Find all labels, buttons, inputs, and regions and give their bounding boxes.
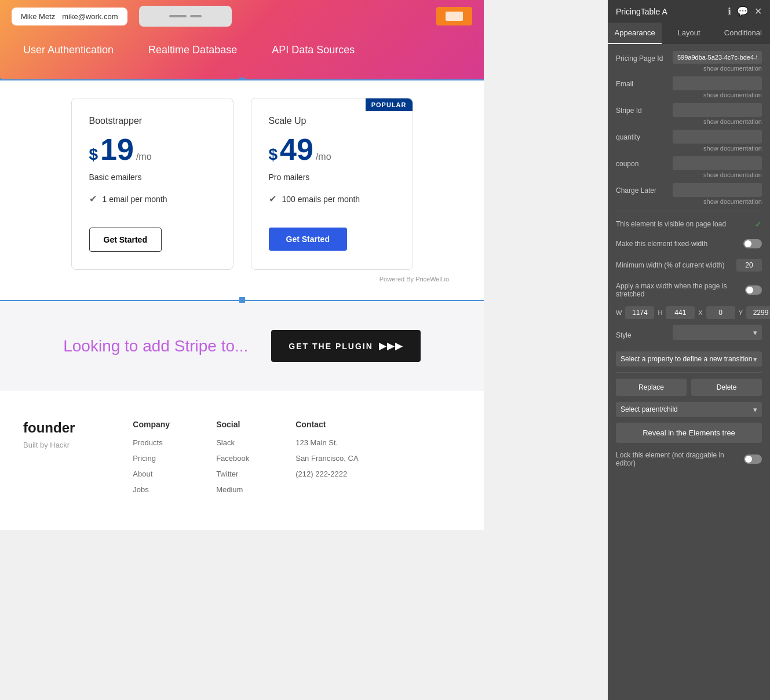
- toggle-fixed-width[interactable]: [743, 239, 762, 248]
- price-period-2: /mo: [316, 152, 331, 162]
- panel-tabs: Appearance Layout Conditional: [608, 23, 770, 44]
- dim-x-label: X: [698, 309, 702, 316]
- plan-name-bootstrapper: Bootstrapper: [89, 116, 216, 126]
- panel-body: Pricing Page Id show documentation Email…: [608, 44, 770, 482]
- feature-2-1: 100 emails per month: [282, 195, 360, 204]
- parent-child-select-wrap: Select parent/child: [616, 402, 762, 417]
- field-charge-later: Charge Later show documentation: [616, 183, 762, 205]
- checkbox-label-fixed: Make this element fixed-width: [616, 240, 707, 248]
- style-select[interactable]: [673, 325, 762, 340]
- input-stripe-id[interactable]: [673, 103, 762, 117]
- footer-tagline: Built by Hackr: [23, 441, 75, 449]
- action-buttons: Replace Delete: [616, 379, 762, 396]
- lock-label: Lock this element (not draggable in edit…: [616, 451, 744, 467]
- input-quantity[interactable]: [673, 130, 762, 144]
- nav-user-auth[interactable]: User Authentication: [23, 44, 114, 56]
- dimensions-row: W H X Y: [616, 306, 762, 319]
- field-pricing-page-id: Pricing Page Id show documentation: [616, 51, 762, 72]
- toggle-max-width[interactable]: [745, 285, 762, 295]
- doc-charge-later[interactable]: show documentation: [673, 198, 762, 205]
- dim-h-label: H: [658, 309, 662, 316]
- tab-appearance[interactable]: Appearance: [608, 23, 662, 44]
- style-label: Style: [616, 331, 668, 339]
- field-label-pricing-page-id: Pricing Page Id: [616, 51, 668, 63]
- checkbox-label-visible: This element is visible on page load: [616, 220, 726, 228]
- panel-header: PricingTable A ℹ 💬 ✕: [608, 0, 770, 23]
- dim-w-input[interactable]: [625, 306, 654, 319]
- parent-child-select[interactable]: Select parent/child: [616, 402, 762, 417]
- pricing-section: Bootstrapper $ 19 /mo Basic emailers ✔ 1…: [0, 80, 484, 301]
- replace-button[interactable]: Replace: [616, 379, 687, 396]
- footer-contact-city: San Francisco, CA: [295, 454, 358, 463]
- comment-icon[interactable]: 💬: [737, 6, 749, 17]
- plugin-cta-button[interactable]: GET THE PLUGIN ▶▶▶: [271, 330, 420, 362]
- tab-conditional[interactable]: Conditional: [716, 23, 770, 44]
- transition-select[interactable]: Select a property to define a new transi…: [616, 351, 762, 367]
- pricing-card-bootstrapper: Bootstrapper $ 19 /mo Basic emailers ✔ 1…: [71, 98, 233, 270]
- checkbox-check-visible[interactable]: ✓: [755, 219, 762, 229]
- nav-realtime-db[interactable]: Realtime Database: [148, 44, 237, 56]
- user-email: mike@work.com: [62, 12, 118, 21]
- checkbox-fixed-width: Make this element fixed-width: [616, 237, 762, 251]
- toggle-lock[interactable]: [744, 455, 762, 464]
- doc-pricing-page-id[interactable]: show documentation: [673, 65, 762, 72]
- doc-coupon[interactable]: show documentation: [673, 171, 762, 178]
- dim-h-input[interactable]: [666, 306, 695, 319]
- input-coupon[interactable]: [673, 156, 762, 170]
- footer-link-about[interactable]: About: [133, 470, 170, 478]
- min-width-input[interactable]: [736, 259, 762, 272]
- feature-1-1: 1 email per month: [103, 195, 167, 204]
- checkbox-visible-on-load: This element is visible on page load ✓: [616, 217, 762, 231]
- dim-y-label: Y: [739, 309, 743, 316]
- footer-link-twitter[interactable]: Twitter: [216, 470, 249, 478]
- plugin-cta-label: GET THE PLUGIN: [289, 342, 373, 351]
- panel-title: PricingTable A: [616, 7, 667, 16]
- footer-brand: founder: [23, 420, 75, 436]
- transition-select-wrap: Select a property to define a new transi…: [616, 351, 762, 367]
- footer-col-title-company: Company: [133, 420, 170, 429]
- footer-link-slack[interactable]: Slack: [216, 438, 249, 447]
- doc-quantity[interactable]: show documentation: [673, 145, 762, 152]
- nav-api-sources[interactable]: API Data Sources: [272, 44, 355, 56]
- footer-link-facebook[interactable]: Facebook: [216, 454, 249, 463]
- input-charge-later[interactable]: [673, 183, 762, 197]
- input-pricing-page-id[interactable]: [673, 51, 762, 64]
- doc-email[interactable]: show documentation: [673, 91, 762, 98]
- doc-stripe-id[interactable]: show documentation: [673, 118, 762, 125]
- footer-col-contact: Contact 123 Main St. San Francisco, CA (…: [295, 420, 358, 501]
- footer-col-title-social: Social: [216, 420, 249, 429]
- price-period-1: /mo: [136, 152, 152, 162]
- plan-name-scaleup: Scale Up: [269, 116, 395, 126]
- cta-btn-1[interactable]: Get Started: [89, 228, 162, 252]
- field-quantity: quantity show documentation: [616, 130, 762, 152]
- dim-x-input[interactable]: [706, 306, 735, 319]
- reveal-elements-button[interactable]: Reveal in the Elements tree: [616, 423, 762, 443]
- user-name: Mike Metz: [21, 12, 55, 21]
- footer-col-title-contact: Contact: [295, 420, 358, 429]
- properties-panel: PricingTable A ℹ 💬 ✕ Appearance Layout C…: [608, 0, 770, 700]
- close-icon[interactable]: ✕: [754, 6, 762, 17]
- popular-badge: POPULAR: [366, 98, 413, 111]
- price-amount-2: 49: [280, 132, 313, 167]
- footer-link-products[interactable]: Products: [133, 438, 170, 447]
- footer-col-social: Social Slack Facebook Twitter Medium: [216, 420, 249, 501]
- field-label-email: Email: [616, 76, 668, 88]
- footer-section: founder Built by Hackr Company Products …: [0, 391, 484, 530]
- price-currency-2: $: [269, 145, 278, 164]
- min-width-row: Minimum width (% of current width): [616, 256, 762, 274]
- footer-link-medium[interactable]: Medium: [216, 485, 249, 494]
- tab-layout[interactable]: Layout: [662, 23, 716, 44]
- plan-tagline-2: Pro mailers: [269, 173, 395, 182]
- dim-w-label: W: [616, 309, 622, 316]
- field-coupon: coupon show documentation: [616, 156, 762, 178]
- input-email[interactable]: [673, 76, 762, 90]
- footer-contact-phone: (212) 222-2222: [295, 470, 358, 478]
- footer-link-pricing[interactable]: Pricing: [133, 454, 170, 463]
- footer-link-jobs[interactable]: Jobs: [133, 485, 170, 494]
- cta-btn-2[interactable]: Get Started: [269, 228, 347, 251]
- dim-y-input[interactable]: [746, 306, 770, 319]
- delete-button[interactable]: Delete: [691, 379, 762, 396]
- footer-contact-address: 123 Main St.: [295, 438, 358, 447]
- checkbox-label-max: Apply a max width when the page is stret…: [616, 282, 745, 298]
- info-icon[interactable]: ℹ: [728, 6, 731, 17]
